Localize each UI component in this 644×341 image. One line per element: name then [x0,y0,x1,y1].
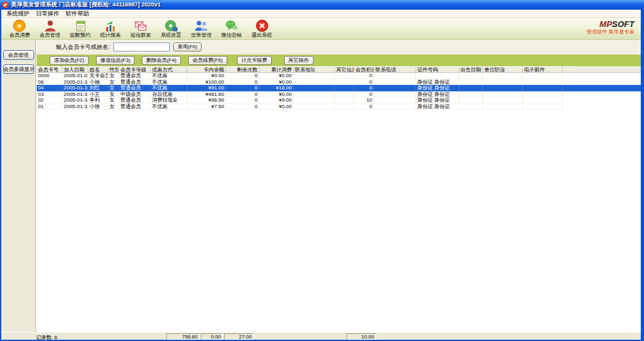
table-cell: 身份证 身份证 [416,104,459,110]
member-renew-button[interactable]: 会员续费(F5) [188,56,227,65]
table-cell: 0 [226,104,260,110]
table-row[interactable]: 012005-01-31小徐女普通会员不优惠¥7.500¥0.000身份证 身份… [37,104,641,110]
table-cell: 0 [354,104,374,110]
toolbar-button-member-consume[interactable]: » 会员消费 [5,19,35,38]
table-cell: 2005-01-31 [62,91,88,98]
table-cell: ¥9.00 [260,97,294,104]
table-cell: 0000 [37,73,62,79]
table-cell [374,104,416,110]
search-input[interactable] [113,42,170,51]
table-cell: 中级会员 [119,91,151,98]
table-cell: 03 [37,91,62,98]
table-cell [294,91,335,98]
table-cell [374,85,416,91]
table-cell [374,91,416,98]
table-cell: 02 [37,97,62,104]
toolbar-label: 统计报表 [100,32,121,38]
toolbar-label: 交班管理 [191,32,212,38]
times-card-renew-button[interactable]: 计次卡续费 [237,56,272,65]
table-row[interactable]: 00002005-01-01无卡会员女普通会员不优惠¥0.000¥0.000 [37,73,641,79]
toolbar-button-system-settings[interactable]: 系统设置 [156,19,186,38]
table-cell: ¥96.50 [187,97,226,104]
table-cell: 2005-01-31 [62,85,88,91]
table-cell: 不优惠 [151,79,187,86]
toolbar-button-sms-broadcast[interactable]: 短信群发 [126,19,156,38]
table-cell: 0 [226,97,260,104]
table-cell: 0 [354,85,374,91]
table-cell [335,91,354,98]
menu-item-system-maintain[interactable]: 系统维护 [6,10,30,18]
column-header-8[interactable]: 累计消费 [260,66,294,72]
toolbar-button-exit-system[interactable]: 退出系统 [247,19,277,38]
toolbar-button-wechat-marketing[interactable]: 微信营销 [216,19,247,38]
table-cell [523,104,563,110]
add-member-button[interactable]: 添加会员(F2) [50,56,89,65]
record-count: 记录数: 6 [36,334,57,341]
table-cell: 无卡会员 [88,73,108,79]
sms-broadcast-icon [134,19,148,32]
column-header-4[interactable]: 会员卡等级 [119,66,151,72]
table-cell [335,85,354,91]
toolbar-button-stats-report[interactable]: 统计报表 [95,19,126,38]
search-button[interactable]: 查询(F0) [173,42,202,51]
table-cell [483,91,523,98]
table-cell: 身份证 身份证 [416,79,459,86]
toolbar-button-member-manage[interactable]: 会员管理 [35,19,65,38]
table-cell: 0 [226,73,260,79]
column-header-13[interactable]: 证件号码 [416,66,459,72]
table-cell: 身份证 身份证 [416,85,459,91]
column-header-11[interactable]: 会员积分 [354,66,374,72]
other-operations-button[interactable]: 其它操作 [284,56,314,65]
column-header-5[interactable]: 优惠方式 [151,66,187,72]
table-cell: 女 [108,104,119,110]
table-row[interactable]: 062005-01-31小福女普通会员不优惠¥100.000¥0.000身份证 … [37,79,641,86]
table-cell [483,97,523,104]
sidebar-item-member-multilevel-display[interactable]: 会员多级显示 [3,64,34,74]
table-cell: 2005-01-01 [62,73,88,79]
column-header-1[interactable]: 加入日期 [62,66,88,72]
column-header-12[interactable]: 联系电话 [374,66,416,72]
menu-item-daily-operation[interactable]: 日常操作 [36,10,59,18]
toolbar-button-shift-management[interactable]: 交班管理 [186,19,216,38]
toolbar-label: 会员管理 [40,32,61,38]
table-cell: ¥0.00 [260,104,294,110]
column-header-6[interactable]: 卡内余额 [187,66,226,72]
edit-info-button[interactable]: 修改信息(F3) [96,56,135,65]
menu-bar: 系统维护 日常操作 软件帮助 [1,10,641,18]
table-cell: 普通会员 [119,73,151,79]
table-cell: ¥0.00 [260,79,294,86]
toolbar-button-reminder-appointment[interactable]: 提醒预约 [65,19,95,38]
toolbar-label: 系统设置 [161,32,182,38]
table-row[interactable]: 042005-01-31刘红女普通会员不优惠¥91.000¥18.000身份证 … [37,85,641,91]
menu-item-software-help[interactable]: 软件帮助 [66,10,89,18]
table-row[interactable]: 032005-01-31小王女中级会员存款优惠¥461.600¥0.000身份证… [37,91,641,98]
column-header-16[interactable]: 电子邮件 [523,66,563,72]
mpsoft-logo: MPSOFT [587,20,634,29]
search-band: 输入会员卡号或姓名: 查询(F0) [37,40,641,55]
table-cell: ¥0.00 [260,91,294,98]
column-header-10[interactable]: 其它信息 [335,66,354,72]
column-header-2[interactable]: 姓名 [88,66,108,72]
table-cell: 10 [354,97,374,104]
column-header-9[interactable]: 联系地址 [294,66,335,72]
table-cell: 刘红 [88,85,108,91]
table-cell: 消费转现金 [151,97,187,104]
table-cell: 身份证 身份证 [416,91,459,98]
column-header-15[interactable]: 单位职业 [483,66,523,72]
table-cell: 0 [354,91,374,98]
table-cell: ¥0.00 [187,73,226,79]
column-header-0[interactable]: 会员卡号 [37,66,62,72]
table-cell: 0 [226,91,260,98]
table-cell [335,104,354,110]
table-cell: 女 [108,73,119,79]
table-row[interactable]: 022005-01-31李利女普通会员消费转现金¥96.500¥9.0010身份… [37,97,641,104]
table-cell: ¥18.00 [260,85,294,91]
column-header-3[interactable]: 性别 [108,66,119,72]
sidebar-item-member-manage[interactable]: 会员管理 [3,50,34,60]
table-cell [523,91,563,98]
table-cell: 2005-01-31 [62,79,88,86]
delete-member-button[interactable]: 删除会员(F4) [142,56,181,65]
column-header-7[interactable]: 剩余次数 [226,66,260,72]
table-cell: 2005-01-31 [62,104,88,110]
column-header-14[interactable]: 出生日期 [459,66,483,72]
